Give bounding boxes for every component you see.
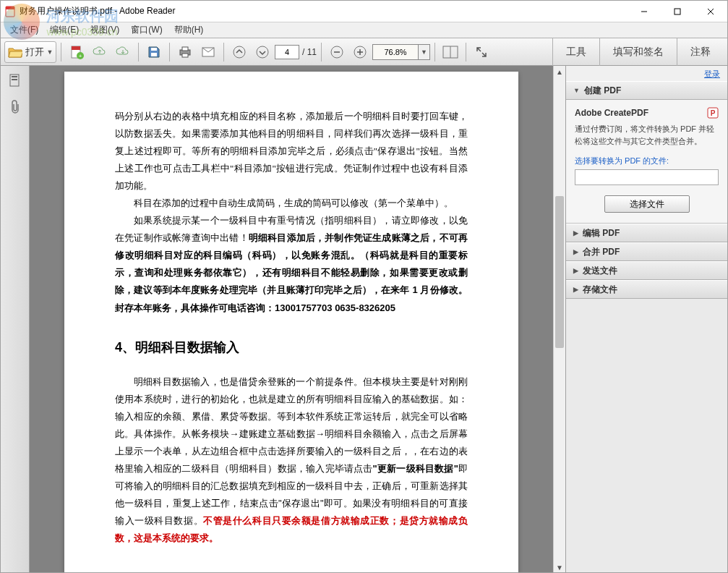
left-navigation-rail — [1, 66, 30, 573]
accordion-create-pdf-title: 创建 PDF — [584, 85, 621, 97]
zoom-dropdown-caret[interactable]: ▼ — [419, 44, 430, 60]
fit-page-button[interactable] — [440, 41, 461, 63]
svg-rect-13 — [182, 47, 188, 51]
svg-rect-7 — [72, 46, 80, 50]
open-button-label: 打开 — [25, 46, 44, 59]
svg-point-17 — [257, 46, 268, 58]
select-file-button[interactable]: 选择文件 — [604, 195, 690, 213]
vertical-scrollbar[interactable]: ▲ ▼ — [553, 66, 565, 573]
read-mode-button[interactable] — [471, 41, 492, 63]
triangle-down-icon: ▼ — [573, 87, 580, 94]
svg-rect-3 — [675, 9, 680, 14]
svg-text:+: + — [79, 53, 82, 59]
login-link[interactable]: 登录 — [566, 66, 727, 81]
menubar: 文件(F) 编辑(E) 视图(V) 窗口(W) 帮助(H) — [1, 22, 727, 38]
maximize-button[interactable] — [661, 1, 694, 22]
menu-view[interactable]: 视图(V) — [85, 22, 125, 38]
svg-text:P: P — [711, 109, 716, 117]
document-viewport[interactable]: 码分别从右边的表格中填充相应的科目名称，添加最后一个明细科目时要打回车键，以防数… — [30, 66, 553, 573]
minimize-button[interactable] — [628, 1, 661, 22]
createpdf-logo-icon: P — [707, 107, 719, 119]
save-button[interactable] — [143, 41, 165, 63]
window-title: 财务用户操作说明书.pdf - Adobe Reader — [20, 5, 175, 17]
tab-comment[interactable]: 注释 — [677, 38, 724, 66]
doc-p3: 如果系统提示某一个一级科目中有重号情况（指明细科目），请立即修改，以免在凭证制作… — [115, 212, 468, 316]
doc-p1: 码分别从右边的表格中填充相应的科目名称，添加最后一个明细科目时要打回车键，以防数… — [115, 108, 468, 195]
select-file-label: 选择要转换为 PDF 的文件: — [575, 156, 719, 166]
scroll-down-arrow-icon[interactable]: ▼ — [554, 561, 565, 573]
svg-rect-1 — [6, 7, 14, 9]
accordion-send-file-header[interactable]: ▶发送文件 — [566, 261, 727, 280]
current-page-input[interactable] — [275, 45, 299, 59]
accordion-create-pdf-body: Adobe CreatePDF P 通过付费订阅，将文件转换为 PDF 并轻松将… — [566, 100, 727, 224]
pdf-file-icon — [4, 6, 16, 17]
menu-window[interactable]: 窗口(W) — [125, 22, 168, 38]
create-pdf-button[interactable]: + — [66, 41, 87, 63]
toolbar: 打开 ▼ + / 11 76.8% ▼ 工具 填写和签名 注释 — [1, 38, 727, 66]
page-down-button[interactable] — [252, 41, 273, 63]
menu-help[interactable]: 帮助(H) — [168, 22, 210, 38]
attachments-icon[interactable] — [7, 99, 23, 115]
menu-edit[interactable]: 编辑(E) — [44, 22, 85, 38]
accordion-store-file-header[interactable]: ▶存储文件 — [566, 280, 727, 299]
svg-rect-14 — [182, 54, 188, 57]
menu-file[interactable]: 文件(F) — [4, 22, 44, 38]
scrollbar-thumb[interactable] — [555, 196, 564, 348]
email-button[interactable] — [197, 41, 219, 63]
svg-rect-10 — [151, 48, 157, 51]
tab-fill-sign[interactable]: 填写和签名 — [599, 38, 677, 66]
open-button[interactable]: 打开 ▼ — [4, 41, 56, 63]
convert-file-input[interactable] — [575, 169, 719, 185]
titlebar: 财务用户操作说明书.pdf - Adobe Reader — [1, 1, 727, 22]
page-up-button[interactable] — [228, 41, 250, 63]
doc-p4: 明细科目数据输入，也是借贷余登账的一个前提条件。但本模块主要是针对刚刚使用本系统… — [115, 373, 468, 547]
total-pages-label: / 11 — [302, 47, 317, 57]
cloud-down-button[interactable] — [112, 41, 134, 63]
triangle-right-icon: ▶ — [573, 248, 578, 255]
pdf-page: 码分别从右边的表格中填充相应的科目名称，添加最后一个明细科目时要打回车键，以防数… — [64, 72, 518, 573]
doc-p2: 科目在添加的过程中自动生成简码，生成的简码可以修改（第一个菜单中）。 — [115, 195, 468, 212]
create-pdf-subtitle: Adobe CreatePDF — [575, 108, 648, 118]
svg-rect-11 — [151, 53, 157, 56]
cloud-up-button[interactable] — [89, 41, 111, 63]
print-button[interactable] — [174, 41, 196, 63]
triangle-right-icon: ▶ — [573, 229, 578, 237]
close-button[interactable] — [694, 1, 727, 22]
triangle-right-icon: ▶ — [573, 286, 578, 293]
svg-rect-26 — [12, 79, 17, 80]
accordion-create-pdf-header[interactable]: ▼ 创建 PDF — [566, 81, 727, 100]
accordion-merge-pdf-header[interactable]: ▶合并 PDF — [566, 242, 727, 261]
zoom-in-button[interactable] — [349, 41, 371, 63]
doc-heading-4: 4、明细科目数据输入 — [115, 339, 468, 356]
zoom-value[interactable]: 76.8% — [372, 44, 419, 60]
svg-point-16 — [234, 46, 245, 58]
zoom-out-button[interactable] — [326, 41, 348, 63]
accordion-edit-pdf-header[interactable]: ▶编辑 PDF — [566, 224, 727, 242]
thumbnails-icon[interactable] — [7, 73, 23, 89]
scroll-up-arrow-icon[interactable]: ▲ — [554, 66, 565, 78]
chevron-down-icon: ▼ — [47, 48, 53, 56]
tab-tools[interactable]: 工具 — [552, 38, 599, 66]
right-panel: 登录 ▼ 创建 PDF Adobe CreatePDF P 通过付费订阅，将文件… — [565, 66, 727, 573]
create-pdf-description: 通过付费订阅，将文件转换为 PDF 并轻松将这些文件与其它文件类型合并。 — [575, 123, 719, 147]
folder-icon — [8, 46, 22, 58]
svg-rect-25 — [12, 76, 17, 77]
triangle-right-icon: ▶ — [573, 267, 578, 274]
